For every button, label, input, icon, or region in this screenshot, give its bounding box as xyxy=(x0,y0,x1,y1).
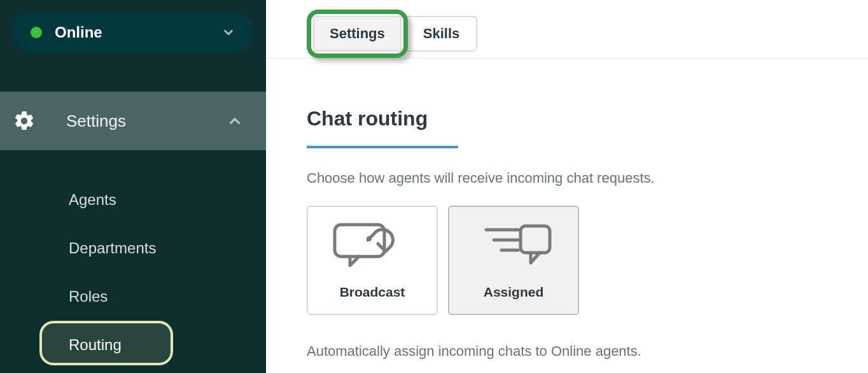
section-underline xyxy=(307,146,458,148)
settings-content: Chat routing Choose how agents will rece… xyxy=(266,59,868,360)
status-label: Online xyxy=(55,24,221,41)
section-title: Chat routing xyxy=(307,107,868,146)
routing-options: Broadcast Assigned xyxy=(307,206,868,315)
gear-icon xyxy=(13,109,36,132)
routing-option-assigned[interactable]: Assigned xyxy=(448,206,579,315)
svg-rect-6 xyxy=(521,226,550,253)
tab-skills[interactable]: Skills xyxy=(407,16,477,52)
tab-label: Skills xyxy=(423,25,459,42)
svg-point-2 xyxy=(367,236,372,241)
sidebar-subnav: Agents Departments Roles Routing xyxy=(0,150,266,369)
chevron-down-icon xyxy=(221,25,235,39)
sidebar-section-label: Settings xyxy=(66,111,227,131)
tabs-row: Settings Skills xyxy=(266,0,868,59)
settings-tab-highlight: Settings xyxy=(307,10,408,58)
sidebar-item-departments[interactable]: Departments xyxy=(0,224,266,272)
routing-option-label: Broadcast xyxy=(340,285,405,300)
sidebar-item-label: Routing xyxy=(69,336,122,354)
sidebar-item-agents[interactable]: Agents xyxy=(0,176,266,224)
tab-settings[interactable]: Settings xyxy=(313,16,402,52)
status-dot-icon xyxy=(31,27,42,38)
assigned-description: Automatically assign incoming chats to O… xyxy=(307,343,868,360)
sidebar-item-label: Departments xyxy=(69,239,156,257)
main-content: Settings Skills Chat routing Choose how … xyxy=(266,0,868,373)
sidebar-item-label: Agents xyxy=(69,191,116,209)
sidebar-item-roles[interactable]: Roles xyxy=(0,272,266,321)
sidebar-item-label: Roles xyxy=(69,288,108,306)
tab-label: Settings xyxy=(330,25,385,42)
sidebar-section-settings[interactable]: Settings xyxy=(0,92,266,150)
chevron-up-icon xyxy=(227,113,243,129)
routing-option-broadcast[interactable]: Broadcast xyxy=(307,206,438,315)
assigned-icon xyxy=(472,221,555,274)
sidebar: Online Settings Agents Departments Roles… xyxy=(0,0,266,373)
routing-option-label: Assigned xyxy=(484,285,544,300)
section-description: Choose how agents will receive incoming … xyxy=(307,166,868,186)
status-selector[interactable]: Online xyxy=(11,11,255,53)
sidebar-item-routing[interactable]: Routing xyxy=(0,321,266,369)
broadcast-icon xyxy=(331,221,414,274)
